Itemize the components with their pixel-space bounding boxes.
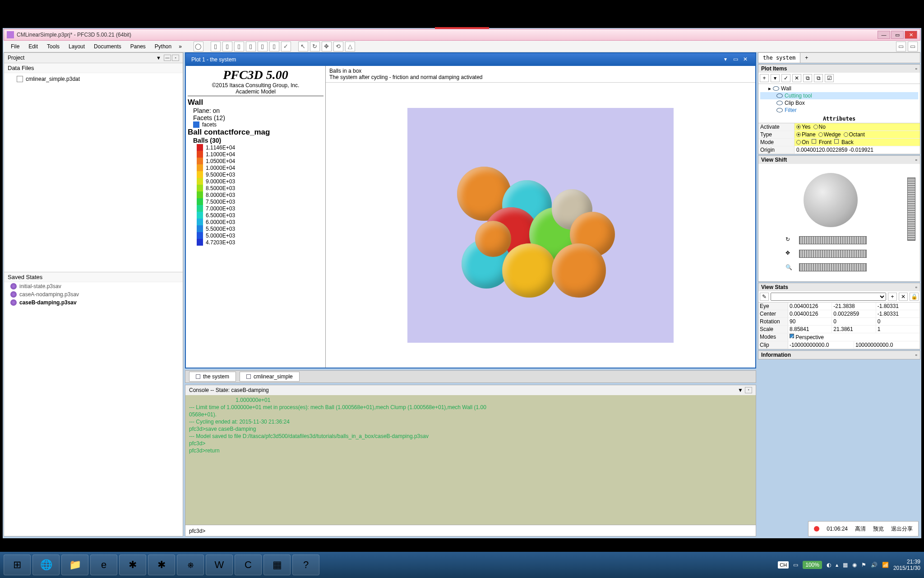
console-input[interactable]: pfc3d> [185, 525, 756, 536]
plot-dropdown[interactable]: ▾ [721, 56, 730, 63]
link-icon[interactable]: ⟲ [333, 42, 343, 51]
rec-btn-preview[interactable]: 预览 [873, 525, 884, 533]
taskbar-app[interactable]: ✱ [119, 555, 146, 575]
rp-tab-system[interactable]: the system [758, 53, 800, 63]
taskbar-app[interactable]: W [206, 555, 233, 575]
tab-the-system[interactable]: the system [189, 372, 236, 382]
panel-pin-icon[interactable]: ▫ [915, 284, 917, 290]
taskbar-app[interactable]: ✱ [148, 555, 175, 575]
checkbox-icon[interactable]: ☑ [825, 74, 834, 82]
tree-clip-box[interactable]: Clip Box [760, 99, 918, 107]
stats-tool-icon[interactable]: ✎ [760, 293, 769, 301]
menu-edit[interactable]: Edit [24, 42, 42, 51]
delete-item-icon[interactable]: ✕ [792, 74, 801, 82]
stats-lock-icon[interactable]: 🔒 [910, 293, 919, 301]
menu-file[interactable]: File [6, 42, 24, 51]
copy-item-icon[interactable]: ⧉ [803, 74, 812, 82]
tray-icon[interactable]: ◐ [827, 562, 831, 568]
cursor-icon[interactable]: ↖ [298, 42, 308, 51]
panel-pin-icon[interactable]: ▫ [915, 65, 917, 72]
check-item-icon[interactable]: ✓ [781, 74, 790, 82]
data-file-item[interactable]: cmlinear_simple.p3dat [8, 75, 179, 83]
tray-up-icon[interactable]: ▴ [836, 562, 838, 568]
panel-toggle1-icon[interactable]: ▭ [896, 42, 906, 51]
menu-more[interactable]: » [176, 42, 185, 51]
saved-state-item[interactable]: caseB-damping.p3sav [4, 298, 183, 307]
taskbar-app[interactable]: ? [292, 555, 319, 575]
check-icon[interactable]: ✓ [281, 42, 291, 51]
language-indicator[interactable]: CH [778, 561, 789, 569]
taskbar-app[interactable]: ▦ [263, 555, 291, 575]
menu-tools[interactable]: Tools [42, 42, 64, 51]
tray-volume-icon[interactable]: 🔊 [871, 562, 878, 568]
tray-icon[interactable]: ▭ [793, 562, 798, 568]
menu-documents[interactable]: Documents [89, 42, 126, 51]
menu-panes[interactable]: Panes [126, 42, 150, 51]
tree-cutting-tool[interactable]: Cutting tool [760, 92, 918, 99]
layout6-icon[interactable]: ▯ [269, 42, 279, 51]
paste-item-icon[interactable]: ⧉ [814, 74, 823, 82]
move-icon[interactable]: ✥ [322, 42, 332, 51]
plot-max[interactable]: ▭ [731, 56, 740, 63]
mode-on-radio[interactable]: On [796, 139, 809, 145]
tray-network-icon[interactable]: 📶 [882, 562, 889, 568]
activate-no-radio[interactable]: No [813, 124, 826, 130]
globe-icon[interactable]: ◯ [194, 42, 203, 51]
type-wedge-radio[interactable]: Wedge [818, 131, 841, 138]
layout3-icon[interactable]: ▯ [234, 42, 244, 51]
console-dropdown[interactable]: ▼ [738, 387, 743, 393]
type-plane-radio[interactable]: Plane [796, 131, 816, 138]
rotate-slider[interactable] [799, 236, 867, 244]
taskbar-app[interactable]: e [90, 555, 117, 575]
tray-icon[interactable]: ◉ [852, 562, 857, 568]
panel-btn2[interactable]: ▫ [172, 55, 179, 61]
menu-python[interactable]: Python [150, 42, 176, 51]
start-button[interactable]: ⊞ [4, 555, 31, 575]
tree-filter[interactable]: Filter [760, 107, 918, 114]
dropdown-icon[interactable]: ▾ [771, 74, 780, 82]
activate-yes-radio[interactable]: Yes [796, 124, 811, 130]
zoom-indicator[interactable]: 100% [803, 561, 822, 569]
measure-icon[interactable]: △ [345, 42, 355, 51]
zoom-slider[interactable] [799, 263, 867, 271]
plot-close[interactable]: ✕ [741, 56, 750, 63]
saved-state-item[interactable]: caseA-nodamping.p3sav [4, 290, 183, 298]
clock[interactable]: 21:39 2015/11/30 [893, 559, 920, 572]
rotate-icon[interactable]: ↻ [310, 42, 320, 51]
stats-add-icon[interactable]: + [888, 293, 897, 301]
project-dropdown[interactable]: ▼ [154, 55, 163, 61]
stats-del-icon[interactable]: ✕ [899, 293, 908, 301]
view-shift-control[interactable]: ↻ ✥ 🔍 [758, 164, 920, 281]
taskbar-app[interactable]: ⎈ [177, 555, 204, 575]
taskbar-app[interactable]: 📁 [61, 555, 88, 575]
tray-icon[interactable]: ⚑ [861, 562, 866, 568]
panel-toggle2-icon[interactable]: ▭ [908, 42, 918, 51]
saved-state-item[interactable]: initial-state.p3sav [4, 282, 183, 290]
layout2-icon[interactable]: ▯ [222, 42, 232, 51]
mode-front-check[interactable] [812, 139, 816, 144]
console-btn[interactable]: ▫ [745, 387, 752, 393]
panel-btn1[interactable]: — [164, 55, 171, 61]
taskbar-app[interactable]: C [235, 555, 262, 575]
tab-cmlinear-simple[interactable]: cmlinear_simple [240, 372, 300, 382]
panel-pin-icon[interactable]: ▫ [915, 352, 917, 358]
stats-select[interactable] [771, 293, 886, 301]
origin-value[interactable]: 0.00400120.0022859 -0.019921 [795, 146, 920, 154]
pan-slider[interactable] [799, 250, 867, 258]
maximize-button[interactable]: ▭ [891, 31, 904, 39]
add-item-icon[interactable]: + [760, 74, 769, 82]
rp-tab-add[interactable]: + [800, 53, 813, 63]
tree-wall[interactable]: ▸ Wall [760, 85, 918, 92]
minimize-button[interactable]: — [878, 31, 890, 39]
layout4-icon[interactable]: ▯ [246, 42, 256, 51]
rec-btn-exit[interactable]: 退出分享 [891, 525, 913, 533]
type-octant-radio[interactable]: Octant [844, 131, 865, 138]
close-button[interactable]: ✕ [905, 31, 917, 39]
taskbar-app[interactable]: 🌐 [32, 555, 60, 575]
rec-btn-hd[interactable]: 高清 [855, 525, 866, 533]
tray-icon[interactable]: ▦ [843, 562, 848, 568]
layout5-icon[interactable]: ▯ [258, 42, 268, 51]
rotation-sphere[interactable] [804, 173, 858, 227]
mode-back-check[interactable] [834, 139, 839, 144]
panel-pin-icon[interactable]: ▫ [915, 157, 917, 163]
